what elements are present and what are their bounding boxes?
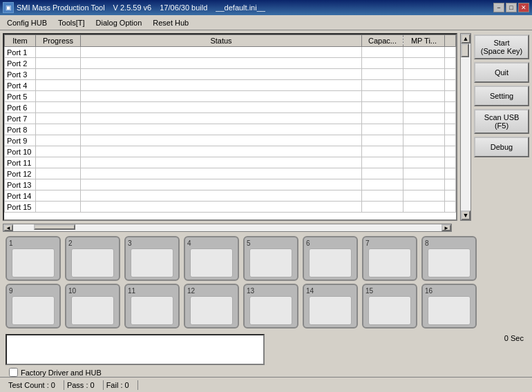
table-scroll[interactable]: Item Progress Status Capac... MP Ti... P… — [4, 35, 456, 219]
menu-reset-hub[interactable]: Reset Hub — [147, 17, 194, 28]
port-inner-12 — [190, 296, 233, 325]
app-build: 17/06/30 build — [160, 3, 207, 12]
port-cell-10[interactable]: 10 — [65, 284, 120, 329]
port-cell-15[interactable]: 15 — [362, 284, 417, 329]
cell-item: Port 6 — [5, 102, 36, 113]
sec-label: 0 Sec — [504, 334, 524, 342]
start-button[interactable]: Start (Space Key) — [474, 35, 529, 59]
menu-config-hub[interactable]: Config HUB — [1, 17, 53, 28]
menu-tools[interactable]: Tools[T] — [53, 17, 91, 28]
port-cell-4[interactable]: 4 — [184, 236, 239, 281]
table-container[interactable]: Item Progress Status Capac... MP Ti... P… — [3, 33, 457, 221]
cell-progress — [36, 202, 81, 213]
cell-capac — [362, 202, 403, 213]
minimize-button[interactable]: − — [493, 3, 504, 12]
h-scroll-right-btn[interactable]: ► — [441, 224, 451, 231]
port-num-7: 7 — [365, 239, 370, 247]
cell-item: Port 9 — [5, 135, 36, 146]
port-cell-5[interactable]: 5 — [243, 236, 298, 281]
main-textbox[interactable] — [6, 334, 265, 365]
debug-button[interactable]: Debug — [474, 137, 529, 157]
col-header-mpti: MP Ti... — [403, 35, 445, 47]
cell-capac — [362, 179, 403, 190]
h-scrollbar[interactable]: ◄ ► — [3, 224, 452, 232]
cell-item: Port 13 — [5, 179, 36, 190]
cell-extra — [445, 135, 456, 146]
cell-item: Port 11 — [5, 157, 36, 168]
factory-checkbox[interactable] — [9, 368, 18, 377]
port-cell-3[interactable]: 3 — [124, 236, 180, 281]
port-grid: 12345678 910111213141516 — [0, 233, 532, 331]
h-scroll-track[interactable] — [13, 224, 441, 231]
col-header-capac: Capac... — [362, 35, 403, 47]
port-inner-7 — [368, 248, 411, 277]
port-cell-6[interactable]: 6 — [303, 236, 358, 281]
scroll-up-btn[interactable]: ▲ — [461, 34, 471, 43]
port-cell-12[interactable]: 12 — [184, 284, 239, 329]
cell-mpti — [403, 202, 445, 213]
maximize-button[interactable]: □ — [506, 3, 517, 12]
quit-button[interactable]: Quit — [474, 62, 529, 83]
port-cell-1[interactable]: 1 — [6, 236, 61, 281]
cell-mpti — [403, 80, 445, 91]
port-cell-7[interactable]: 7 — [362, 236, 417, 281]
scroll-down-btn[interactable]: ▼ — [461, 210, 471, 220]
cell-capac — [362, 102, 403, 113]
cell-extra — [445, 190, 456, 202]
table-row: Port 11 — [5, 157, 456, 168]
port-cell-16[interactable]: 16 — [421, 284, 477, 329]
cell-extra — [445, 202, 456, 213]
scroll-track[interactable] — [461, 43, 471, 210]
port-num-10: 10 — [68, 287, 76, 295]
cell-capac — [362, 146, 403, 157]
port-inner-14 — [309, 296, 352, 325]
status-extra — [138, 384, 149, 386]
cell-status — [81, 102, 362, 113]
table-row: Port 3 — [5, 69, 456, 80]
cell-capac — [362, 157, 403, 168]
cell-extra — [445, 80, 456, 91]
text-input-area: Factory Driver and HUB — [6, 334, 499, 377]
port-inner-2 — [71, 248, 114, 277]
cell-extra — [445, 124, 456, 135]
table-row: Port 8 — [5, 124, 456, 135]
table-row: Port 13 — [5, 179, 456, 190]
cell-capac — [362, 80, 403, 91]
close-button[interactable]: ✕ — [518, 3, 529, 12]
status-test-count: Test Count : 0 — [6, 380, 64, 390]
cell-mpti — [403, 69, 445, 80]
menu-dialog-option[interactable]: Dialog Option — [91, 17, 148, 28]
cell-item: Port 5 — [5, 91, 36, 102]
col-header-scroll — [445, 35, 456, 47]
table-row: Port 4 — [5, 80, 456, 91]
port-cell-2[interactable]: 2 — [65, 236, 120, 281]
port-cell-11[interactable]: 11 — [124, 284, 180, 329]
cell-extra — [445, 47, 456, 58]
port-cell-14[interactable]: 14 — [303, 284, 358, 329]
port-num-4: 4 — [187, 239, 191, 247]
h-scroll-left-btn[interactable]: ◄ — [3, 224, 13, 231]
scrollbar[interactable]: ▲ ▼ — [460, 33, 471, 221]
cell-item: Port 3 — [5, 69, 36, 80]
table-row: Port 10 — [5, 146, 456, 157]
cell-status — [81, 157, 362, 168]
setting-button[interactable]: Setting — [474, 86, 529, 106]
scan-usb-button[interactable]: Scan USB (F5) — [474, 109, 529, 134]
scroll-thumb[interactable] — [461, 43, 469, 57]
port-num-6: 6 — [306, 239, 310, 247]
table-row: Port 9 — [5, 135, 456, 146]
cell-mpti — [403, 179, 445, 190]
cell-progress — [36, 80, 81, 91]
port-cell-13[interactable]: 13 — [243, 284, 298, 329]
factory-checkbox-area: Factory Driver and HUB — [9, 368, 499, 377]
h-scroll-thumb[interactable] — [34, 224, 75, 230]
port-num-9: 9 — [9, 287, 13, 295]
cell-mpti — [403, 113, 445, 124]
status-pass: Pass : 0 — [64, 380, 104, 390]
port-num-5: 5 — [247, 239, 251, 247]
port-num-14: 14 — [306, 287, 314, 295]
cell-capac — [362, 135, 403, 146]
port-cell-8[interactable]: 8 — [421, 236, 477, 281]
port-cell-9[interactable]: 9 — [6, 284, 61, 329]
port-num-13: 13 — [247, 287, 254, 295]
